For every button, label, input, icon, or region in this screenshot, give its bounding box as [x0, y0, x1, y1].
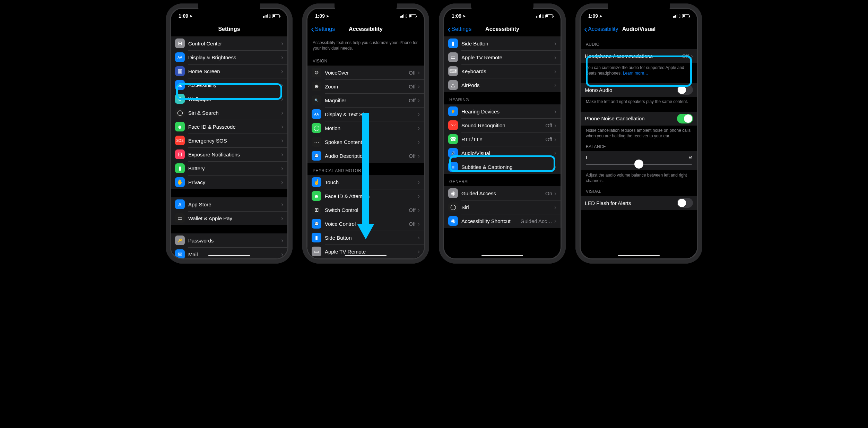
settings-row[interactable]: ☻Face ID & Attention› [307, 189, 424, 203]
toggle-noise-cancellation[interactable] [677, 114, 693, 123]
settings-row[interactable]: ⊡Exposure Notifications› [171, 147, 287, 161]
status-time: 1:09 [179, 13, 188, 19]
row-value: Off [545, 136, 552, 142]
chevron-right-icon: › [281, 201, 283, 208]
settings-row[interactable]: ◉Accessibility ShortcutGuided Acc…› [444, 214, 561, 228]
chevron-right-icon: › [281, 95, 283, 103]
row-label: Control Center [188, 41, 281, 46]
row-value: Off [545, 122, 552, 128]
section-header-audio: AUDIO [581, 36, 697, 49]
row-icon: 👂 [448, 106, 458, 116]
settings-row[interactable]: 🔍MagnifierOff› [307, 93, 424, 107]
location-icon: ➤ [190, 14, 192, 18]
settings-row[interactable]: 🔑Passwords› [171, 233, 287, 247]
settings-row[interactable]: ⊞Switch ControlOff› [307, 203, 424, 217]
settings-row[interactable]: ≡Subtitles & Captioning› [444, 160, 561, 174]
settings-row[interactable]: SOSEmergency SOS› [171, 134, 287, 147]
settings-row[interactable]: ◯Siri & Search› [171, 106, 287, 120]
settings-row[interactable]: AADisplay & Text Size› [307, 107, 424, 121]
row-icon: ▮ [448, 38, 458, 48]
toggle-mono-audio[interactable] [677, 85, 693, 95]
row-mono-audio[interactable]: Mono Audio [581, 83, 697, 97]
settings-row[interactable]: ❀Wallpaper› [171, 92, 287, 106]
phone-frame-2: 1:09➤ 􀙇 Settings Accessibility Accessibi… [302, 3, 429, 264]
settings-row[interactable]: ◯Siri› [444, 200, 561, 214]
settings-row[interactable]: ⊞Control Center› [171, 36, 287, 50]
learn-more-link[interactable]: Learn more… [623, 71, 648, 76]
chevron-right-icon: › [418, 83, 420, 90]
settings-row[interactable]: 💬Audio DescriptionsOff› [307, 149, 424, 163]
row-label: Accessibility [188, 82, 281, 88]
balance-slider-container: L R [581, 151, 697, 170]
row-icon: 🔍 [312, 95, 321, 105]
settings-row[interactable]: ▦Home Screen› [171, 64, 287, 78]
row-label: Sound Recognition [461, 122, 545, 128]
settings-row[interactable]: ⋯Spoken Content› [307, 135, 424, 149]
settings-row[interactable]: 〰Sound RecognitionOff› [444, 118, 561, 132]
balance-left-label: L [586, 155, 589, 160]
settings-row[interactable]: ◯Motion› [307, 121, 424, 135]
settings-row[interactable]: ◉Accessibility› [171, 78, 287, 92]
chevron-right-icon: › [418, 206, 420, 214]
chevron-right-icon: › [418, 152, 420, 160]
row-value: Off [409, 70, 416, 76]
row-icon: ☎ [448, 134, 458, 144]
toggle-led-flash[interactable] [677, 198, 693, 208]
row-label: Spoken Content [325, 139, 418, 145]
row-label: Home Screen [188, 68, 281, 74]
row-label: App Store [188, 202, 281, 207]
settings-row[interactable]: ⌨Keyboards› [444, 64, 561, 78]
settings-row[interactable]: ⊕ZoomOff› [307, 79, 424, 93]
settings-row[interactable]: AApp Store› [171, 197, 287, 211]
chevron-right-icon: › [281, 137, 283, 144]
row-icon: ◉ [175, 80, 185, 90]
settings-row[interactable]: 💬Voice ControlOff› [307, 217, 424, 231]
back-button[interactable]: Settings [448, 24, 471, 35]
settings-row[interactable]: ✉Mail› [171, 247, 287, 258]
settings-row[interactable]: ⊚VoiceOverOff› [307, 66, 424, 79]
settings-row[interactable]: ☻Face ID & Passcode› [171, 120, 287, 134]
slider-thumb[interactable] [634, 160, 643, 169]
chevron-right-icon: › [281, 109, 283, 117]
settings-row[interactable]: 👂Hearing Devices› [444, 104, 561, 118]
chevron-right-icon: › [554, 136, 556, 143]
row-icon: ☻ [312, 191, 321, 201]
settings-row[interactable]: ✋Privacy› [171, 175, 287, 189]
chevron-right-icon: › [418, 97, 420, 104]
page-title: Accessibility [485, 26, 519, 32]
row-icon: ◯ [312, 123, 321, 133]
settings-row[interactable]: ▭Wallet & Apple Pay› [171, 211, 287, 225]
settings-row[interactable]: AADisplay & Brightness› [171, 50, 287, 64]
row-led-flash[interactable]: LED Flash for Alerts [581, 196, 697, 210]
settings-row[interactable]: ◉Guided AccessOn› [444, 186, 561, 200]
section-header-motor: PHYSICAL AND MOTOR [307, 163, 424, 175]
chevron-right-icon: › [554, 82, 556, 89]
row-label: RTT/TTY [461, 136, 545, 142]
back-button[interactable]: Accessibility [584, 24, 618, 35]
footer-mono: Make the left and right speakers play th… [581, 97, 697, 104]
back-button[interactable]: Settings [311, 24, 335, 35]
row-icon: ⊞ [175, 38, 185, 48]
settings-row[interactable]: ▭Apple TV Remote› [444, 50, 561, 64]
chevron-right-icon: › [554, 163, 556, 171]
row-label: Wallet & Apple Pay [188, 215, 281, 221]
row-noise-cancellation[interactable]: Phone Noise Cancellation [581, 112, 697, 126]
row-icon: ◉ [448, 216, 458, 226]
settings-row[interactable]: ▮Side Button› [444, 36, 561, 50]
settings-row[interactable]: ▮Side Button› [307, 231, 424, 245]
chevron-right-icon: › [418, 69, 420, 76]
row-icon: ⊕ [312, 82, 321, 91]
settings-row[interactable]: 🔊Audio/Visual› [444, 146, 561, 160]
balance-slider[interactable] [586, 164, 692, 165]
chevron-right-icon: › [554, 68, 556, 75]
row-headphone-accommodations[interactable]: Headphone Accommodations Off › [581, 49, 697, 63]
intro-text: Accessibility features help you customiz… [307, 36, 424, 53]
settings-row[interactable]: ▮Battery› [171, 161, 287, 175]
settings-row[interactable]: △AirPods› [444, 78, 561, 92]
row-value: Off [409, 97, 416, 103]
settings-row[interactable]: ☝Touch› [307, 175, 424, 189]
row-label: Side Button [461, 41, 554, 46]
settings-row[interactable]: ☎RTT/TTYOff› [444, 132, 561, 146]
chevron-right-icon: › [554, 54, 556, 61]
settings-row[interactable]: ▭Apple TV Remote› [307, 245, 424, 258]
